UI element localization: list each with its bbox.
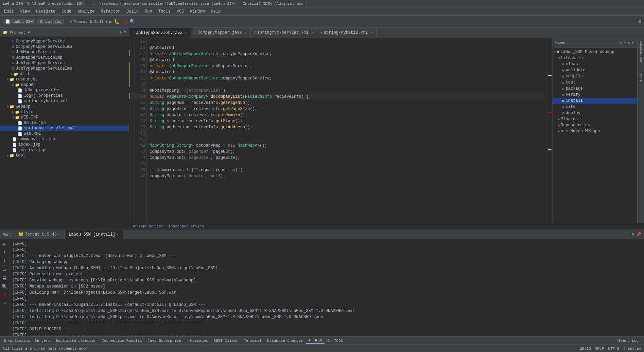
editor-scrollbar[interactable] <box>547 38 552 223</box>
status-crlf[interactable]: CRLF <box>595 347 604 351</box>
tab-springmvc[interactable]: X springmvc-servlet.xml ✕ <box>250 28 317 38</box>
tree-item-test[interactable]: ▶ 📁 test <box>0 153 129 158</box>
maven-item-install[interactable]: ➜ ⚙ install <box>553 98 637 104</box>
bottom-tab-todo[interactable]: 6: TODO <box>325 338 346 344</box>
tree-item-webapp[interactable]: ▼ 📁 webapp <box>0 104 129 109</box>
run-tab-close-icon[interactable]: ✕ <box>58 233 60 237</box>
tree-item-JobTypeMapperService[interactable]: C JobTypeMapperService <box>0 60 129 66</box>
maven-item-site[interactable]: ⚙ site <box>553 104 637 110</box>
bottom-tab-database-changes[interactable]: Database Changes <box>264 338 306 344</box>
settings-button[interactable]: ⚙ <box>639 19 641 24</box>
maven-item-deploy[interactable]: ⚙ deploy <box>553 110 637 116</box>
maven-item-compile[interactable]: ⚙ compile <box>553 73 637 79</box>
bottom-tab-duplicate-detector[interactable]: Duplicate detector <box>53 338 99 344</box>
maven-item-verify[interactable]: ⚙ verify <box>553 92 637 98</box>
menu-navigate[interactable]: Navigate <box>33 8 58 15</box>
tree-item-index-jsp[interactable]: 📄 index.jsp <box>0 142 129 147</box>
menu-refactor[interactable]: Refactor <box>98 8 123 15</box>
sidebar-settings-icon[interactable]: ⚙ <box>120 30 122 35</box>
run-gear-icon[interactable]: ⚙ <box>632 232 634 237</box>
run-pin-icon[interactable]: 📌 <box>636 232 641 237</box>
tab-jobtypeservlet[interactable]: J JobTypeServlet.java ✕ <box>129 28 191 38</box>
run-button[interactable]: ▶ <box>109 18 112 25</box>
run-tree-icon[interactable]: ☰ <box>1 275 8 282</box>
tab-springmybatis[interactable]: X spring-mybatis.xml ✕ <box>317 28 377 38</box>
maven-run-icon[interactable]: ▶ <box>632 40 634 45</box>
tree-item-JobMapperService[interactable]: C JobMapperService <box>0 50 129 55</box>
run-play-icon[interactable]: ▶ <box>1 241 8 247</box>
tree-item-resources[interactable]: ▼ 📁 resources <box>0 77 129 82</box>
bottom-tab-event-log[interactable]: Event Log <box>616 338 641 344</box>
bottom-tab-application-servers[interactable]: 🖥 Application Servers <box>0 338 53 344</box>
tab-close-icon[interactable]: ✕ <box>370 31 372 35</box>
run-wrap-icon[interactable]: ↩ <box>1 267 8 274</box>
maven-settings-icon[interactable]: ⚙ <box>628 40 630 45</box>
bottom-tab-java-enterprise[interactable]: Java Enterprise <box>145 338 184 344</box>
maven-item-dependencies[interactable]: ▶ Dependencies <box>553 122 637 128</box>
bottom-tab-run[interactable]: 4: Run <box>306 338 325 344</box>
tree-item-log4j-properties[interactable]: 📄 log4j.properties <box>0 93 129 98</box>
run-up-icon[interactable]: ↑ <box>1 249 8 256</box>
search-button[interactable]: 🔍 <box>129 19 135 24</box>
stop-button[interactable]: ■ <box>121 19 124 24</box>
tree-item-webinf[interactable]: ▼ 📁 WEB-INF <box>0 115 129 120</box>
run-down-icon[interactable]: ↓ <box>1 257 8 264</box>
breadcrumb-item1[interactable]: JobTypeServlet <box>132 224 163 228</box>
menu-view[interactable]: View <box>17 8 33 15</box>
maven-item-project[interactable]: ▼ ■ LaGou_SSM Maven Webapp <box>553 49 637 55</box>
bottom-tab-rest-client[interactable]: REST Client <box>211 338 241 344</box>
maven-item-package[interactable]: ⚙ package <box>553 86 637 92</box>
menu-build[interactable]: Build <box>124 8 141 15</box>
menu-help[interactable]: Help <box>208 8 224 15</box>
tree-item-companylist-jsp[interactable]: 📄 companylist.jsp <box>0 136 129 142</box>
tree-item-joblist-jsp[interactable]: 📄 joblist.jsp <box>0 147 129 153</box>
maven-add-icon[interactable]: + <box>624 40 626 45</box>
maven-item-validate[interactable]: ➜ ⚙ validate <box>553 67 637 73</box>
tree-item-spring-mybatis[interactable]: 📄 spring-mybatis.xml <box>0 98 129 104</box>
menu-tools[interactable]: Tools <box>156 8 173 15</box>
code-editor[interactable]: @Autowired private JobTypeMapperService … <box>147 38 547 223</box>
status-charset[interactable]: UTF-8 <box>608 347 619 351</box>
sidebar-gear-icon[interactable]: ≡ <box>124 30 126 35</box>
breadcrumb-item2[interactable]: jobMapperService <box>168 224 204 228</box>
tab-companymapper[interactable]: C CompanyMapper.java ✕ <box>191 28 250 38</box>
maven-item-clean[interactable]: ⚙ clean <box>553 61 637 67</box>
tree-item-web-xml[interactable]: 📄 web.xml <box>0 131 129 136</box>
tree-item-JobTypeMapperServiceImp[interactable]: C JobTypeMapperServiceImp <box>0 66 129 71</box>
tab-close-icon[interactable]: ✕ <box>245 31 247 35</box>
menu-vcs[interactable]: VCS <box>174 8 187 15</box>
run-close-icon[interactable]: ✕ <box>1 299 8 306</box>
run-tab-install[interactable]: LaGou_SSM [install] ✕ <box>65 230 123 239</box>
run-stop-icon[interactable]: ■ <box>1 291 8 298</box>
menu-run[interactable]: Run <box>142 8 155 15</box>
maven-item-plugins[interactable]: ▶ Plugins <box>553 116 637 122</box>
debug-button[interactable]: 🐛 <box>114 19 120 24</box>
tree-item-mapper[interactable]: ▶ 📁 mapper <box>0 82 129 88</box>
tree-item-CompanyMapperServiceImp[interactable]: C CompanyMapperServiceImp <box>0 44 129 50</box>
menu-analyze[interactable]: Analyze <box>75 8 97 15</box>
status-line-col[interactable]: 28:15 <box>580 347 591 351</box>
tree-item-util[interactable]: ▶ 📁 util <box>0 71 129 77</box>
tree-item-JobMapperServiceImp[interactable]: C JobMapperServiceImp <box>0 55 129 60</box>
bottom-tab-messages[interactable]: ○ Messages <box>184 338 211 344</box>
tree-item-style[interactable]: ▶ 📁 style <box>0 109 129 115</box>
status-indent[interactable]: 4 spaces <box>623 347 641 351</box>
maven-item-ssm[interactable]: ▶ ssm Maven Webapp <box>553 128 637 134</box>
maven-refresh-icon[interactable]: ↻ <box>620 40 622 45</box>
bean-validation-icon[interactable]: Bean Validation <box>639 39 643 63</box>
tree-item-springmvc-servlet[interactable]: 📄 springmvc-servlet.xml <box>0 126 129 131</box>
tree-item-jdbc-properties[interactable]: 📄 jdbc.properties <box>0 88 129 93</box>
menu-window[interactable]: Window <box>187 8 207 15</box>
maven-item-test[interactable]: ⚙ test <box>553 79 637 86</box>
tree-item-CompanyMapperService[interactable]: C CompanyMapperService <box>0 39 129 44</box>
tab-close-icon[interactable]: ✕ <box>311 31 313 35</box>
menu-edit[interactable]: Edit <box>1 8 17 15</box>
run-tab-close-icon2[interactable]: ✕ <box>117 233 119 237</box>
maven-item-lifecycle[interactable]: ▼ Lifecycle <box>553 55 637 61</box>
menu-code[interactable]: Code <box>59 8 74 15</box>
bottom-tab-terminal[interactable]: Terminal <box>241 338 264 344</box>
run-filter-icon[interactable]: 🔍 <box>1 283 8 290</box>
tree-item-hello-jsp[interactable]: 📄 hello.jsp <box>0 120 129 126</box>
run-tab-tomcat[interactable]: 🐱 Tomcat 8.5.43 ✕ <box>14 230 65 239</box>
bottom-tab-inspection-results[interactable]: Inspection Results <box>99 338 145 344</box>
